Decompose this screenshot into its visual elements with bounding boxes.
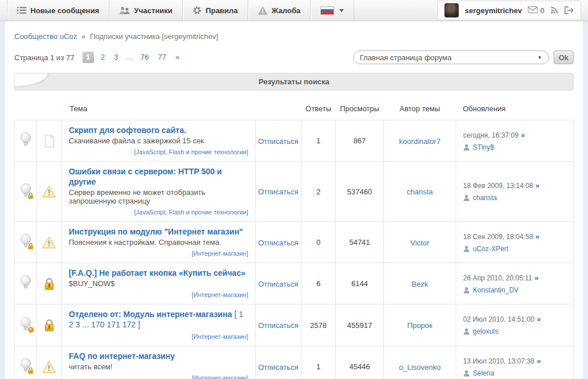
unsubscribe-link[interactable]: Отписаться xyxy=(258,137,298,146)
nav-new-messages-button[interactable]: Новые сообщения xyxy=(7,0,109,21)
replies-count: 1 xyxy=(301,346,336,379)
breadcrumb-community-link[interactable]: Сообщество uCoz xyxy=(14,32,77,41)
forum-link[interactable]: [Интернет-магазин] xyxy=(192,374,248,379)
table-header-row: Тема Ответы Просмотры Автор темы Обновле… xyxy=(15,98,574,120)
forum-link[interactable]: [Интернет-магазин] xyxy=(192,250,248,257)
last-post-date: 18 Сен 2009, 18:04:58 xyxy=(463,233,533,241)
last-poster-link[interactable]: charista xyxy=(473,194,497,202)
avatar[interactable] xyxy=(444,3,459,18)
last-poster-line: Konstantin_DV xyxy=(463,286,566,294)
forum-select-value: Главная страница форума xyxy=(360,53,452,62)
warning-icon xyxy=(42,236,56,249)
nav-members-button[interactable]: Участники xyxy=(109,0,183,21)
pagination-page-link[interactable]: 2 xyxy=(101,53,105,61)
forum-link[interactable]: [Интернет-магазин] xyxy=(192,333,248,340)
table-row: Отделено от: Модуль интернет-магазина[ 1… xyxy=(15,304,574,346)
bulb-status-icon xyxy=(19,317,32,332)
replies-count: 0 xyxy=(301,222,336,263)
goto-last-post-link[interactable]: » xyxy=(521,131,525,139)
russian-flag-icon xyxy=(320,6,334,15)
ok-button[interactable]: Ok xyxy=(554,50,574,64)
last-poster-line: geloxuts xyxy=(463,327,566,335)
column-header-replies: Ответы xyxy=(301,98,336,120)
table-row: Инструкция по модулю "Интернет магазин" … xyxy=(15,222,574,263)
type-cell xyxy=(37,304,62,346)
forum-select[interactable]: Главная страница форума ▼ xyxy=(353,50,549,64)
last-poster-link[interactable]: Konstantin_DV xyxy=(473,286,519,294)
table-row: Ошибки связи с сервером: HTTP 500 и друг… xyxy=(15,162,574,222)
author-link[interactable]: charista xyxy=(407,187,433,196)
forum-link[interactable]: [JavaScript, Flash и прочие технологии] xyxy=(134,209,248,216)
person-icon xyxy=(463,194,470,201)
goto-last-post-link[interactable]: » xyxy=(536,357,540,365)
replies-count: 1 xyxy=(301,120,336,162)
topic-title-link[interactable]: [F.A.Q.] Не работает кнопка «Купить сейч… xyxy=(69,268,245,278)
pagination-page-link[interactable]: 3 xyxy=(114,53,118,61)
topic-cell: [F.A.Q.] Не работает кнопка «Купить сейч… xyxy=(62,263,256,304)
last-post-line: 18 Фев 2009, 13:14:08» xyxy=(463,181,566,190)
author-link[interactable]: Пророк xyxy=(407,321,433,330)
goto-last-post-link[interactable]: » xyxy=(535,232,539,241)
forum-link[interactable]: [Интернет-магазин] xyxy=(192,291,248,298)
rss-icon[interactable] xyxy=(550,6,558,14)
topic-title-link[interactable]: Скрипт для софтового сайта. xyxy=(69,126,186,135)
last-poster-link[interactable]: uCoz-XPert xyxy=(473,245,508,253)
author-link[interactable]: Victor xyxy=(410,239,429,247)
author-cell: o_Lisovenko xyxy=(384,346,456,379)
logout-icon[interactable] xyxy=(564,6,574,14)
unsubscribe-link[interactable]: Отписаться xyxy=(258,363,298,372)
status-cell xyxy=(15,263,37,304)
author-cell: koordinator7 xyxy=(384,120,456,162)
last-poster-link[interactable]: Selena xyxy=(473,369,494,377)
forum-link[interactable]: [JavaScript, Flash и прочие технологии] xyxy=(134,149,248,155)
topic-title-line: Скрипт для софтового сайта. xyxy=(69,125,248,135)
last-poster-link[interactable]: STiny$ xyxy=(473,143,494,151)
topic-description: Сервер временно не может отобразить запр… xyxy=(69,188,248,205)
topic-title-link[interactable]: Ошибки связи с сервером: HTTP 500 и друг… xyxy=(69,167,222,186)
views-count: 6144 xyxy=(336,263,384,304)
topic-cell: FAQ по интернет-магазину читать всем! [И… xyxy=(62,346,256,379)
topic-title-link[interactable]: Отделено от: Модуль интернет-магазина xyxy=(69,310,232,319)
type-cell xyxy=(37,263,62,304)
bulb-status-icon xyxy=(19,233,32,249)
chevron-down-icon: ▼ xyxy=(538,55,542,60)
unsubscribe-cell: Отписаться xyxy=(256,120,301,162)
unsubscribe-link[interactable]: Отписаться xyxy=(258,239,298,247)
results-title: Результаты поиска xyxy=(258,77,329,86)
goto-last-post-link[interactable]: » xyxy=(534,273,538,282)
warning-icon xyxy=(42,185,56,198)
goto-last-post-link[interactable]: » xyxy=(535,181,539,190)
nav-report-button[interactable]: Жалоба xyxy=(248,0,311,21)
topic-title-link[interactable]: Инструкция по модулю "Интернет магазин" xyxy=(69,227,243,236)
bulb-status-icon xyxy=(19,132,32,147)
pagination-page-link[interactable]: 76 xyxy=(140,53,148,61)
status-cell xyxy=(15,304,37,346)
topic-cell: Скрипт для софтового сайта. Скачивание ф… xyxy=(62,120,256,162)
topic-title-link[interactable]: FAQ по интернет-магазину xyxy=(69,351,175,361)
goto-last-post-link[interactable]: » xyxy=(536,315,540,323)
unsubscribe-cell: Отписаться xyxy=(256,222,301,263)
pagination-page-link[interactable]: » xyxy=(175,53,179,61)
author-link[interactable]: o_Lisovenko xyxy=(399,363,441,372)
nav-rules-button[interactable]: Правила xyxy=(183,0,248,21)
unsubscribe-cell: Отписаться xyxy=(256,346,301,379)
author-link[interactable]: Bezk xyxy=(411,280,428,288)
unsubscribe-link[interactable]: Отписаться xyxy=(258,280,298,288)
column-header-author: Автор темы xyxy=(384,98,456,120)
last-poster-link[interactable]: geloxuts xyxy=(473,327,499,335)
username[interactable]: sergeymitrichev xyxy=(465,6,522,15)
unsubscribe-link[interactable]: Отписаться xyxy=(258,321,298,330)
language-selector[interactable] xyxy=(311,0,354,21)
last-post-date: 13 Июл 2010, 13:07:38 xyxy=(463,357,534,365)
author-link[interactable]: koordinator7 xyxy=(399,137,440,146)
topic-title-line: [F.A.Q.] Не работает кнопка «Купить сейч… xyxy=(69,268,248,278)
topic-cell: Инструкция по модулю "Интернет магазин" … xyxy=(62,222,256,263)
main-content: Сообщество uCoz » Подписки участника [se… xyxy=(5,21,583,379)
unsubscribe-link[interactable]: Отписаться xyxy=(258,187,298,196)
padlock-icon xyxy=(43,277,56,291)
pagination-page-link[interactable]: 77 xyxy=(158,53,166,61)
forum-line: [Интернет-магазин] xyxy=(69,248,248,258)
topic-title-line: Ошибки связи с сервером: HTTP 500 и друг… xyxy=(69,166,248,187)
mail-indicator[interactable]: 0 xyxy=(528,6,544,15)
status-cell xyxy=(15,162,37,222)
